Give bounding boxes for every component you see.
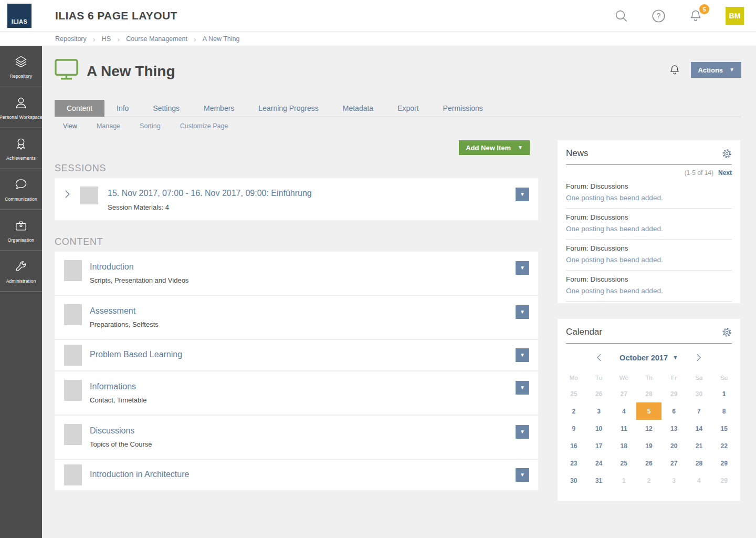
calendar-day[interactable]: 12 — [636, 420, 662, 437]
calendar-day[interactable]: 11 — [611, 420, 636, 437]
subtab-sorting[interactable]: Sorting — [140, 122, 161, 130]
item-dropdown-button[interactable]: ▼ — [516, 348, 529, 362]
chevron-down-icon: ▼ — [520, 265, 525, 271]
tab-settings[interactable]: Settings — [141, 100, 192, 117]
ilias-logo[interactable]: ILIAS — [7, 4, 32, 28]
calendar-day[interactable]: 31 — [586, 472, 612, 489]
calendar-day[interactable]: 30 — [561, 472, 586, 489]
calendar-next-month-button[interactable] — [693, 352, 704, 363]
item-title-link[interactable]: Introduction — [90, 262, 134, 272]
calendar-day[interactable]: 28 — [687, 454, 712, 472]
session-dropdown-button[interactable]: ▼ — [516, 188, 529, 201]
breadcrumb-item-repository[interactable]: Repository — [55, 35, 87, 43]
calendar-day[interactable]: 14 — [687, 420, 712, 437]
sidebar-item-communication[interactable]: Communication — [0, 169, 42, 210]
calendar-prev-month-button[interactable] — [594, 352, 605, 363]
wrench-icon — [14, 260, 28, 274]
calendar-day[interactable]: 25 — [611, 454, 636, 472]
item-dropdown-button[interactable]: ▼ — [516, 381, 529, 395]
subtab-manage[interactable]: Manage — [97, 122, 120, 130]
gear-icon[interactable] — [722, 149, 732, 159]
tab-learning-progress[interactable]: Learning Progress — [246, 100, 330, 117]
breadcrumb-item-course-management[interactable]: Course Management — [126, 35, 187, 43]
news-posting-link[interactable]: One posting has beend added. — [566, 256, 732, 264]
tab-permissions[interactable]: Permissions — [431, 100, 495, 117]
actions-button[interactable]: Actions ▼ — [691, 62, 741, 78]
calendar-month-selector[interactable]: October 2017 ▼ — [620, 354, 678, 362]
calendar-day[interactable]: 8 — [711, 402, 737, 420]
gear-icon[interactable] — [722, 327, 732, 337]
item-title-link[interactable]: Informations — [90, 382, 136, 391]
calendar-day[interactable]: 26 — [586, 385, 612, 402]
calendar-day[interactable]: 13 — [662, 420, 687, 437]
page-bell-icon[interactable] — [669, 64, 680, 76]
news-posting-link[interactable]: One posting has beend added. — [566, 225, 732, 233]
item-title-link[interactable]: Assessment — [90, 306, 135, 316]
subtab-customize-page[interactable]: Customize Page — [180, 122, 228, 130]
tab-info[interactable]: Info — [104, 100, 141, 117]
sidebar-item-achievements[interactable]: Achievements — [0, 128, 42, 169]
subtab-view[interactable]: View — [63, 122, 77, 130]
calendar-day[interactable]: 29 — [662, 385, 687, 402]
calendar-day[interactable]: 4 — [611, 402, 636, 420]
sidebar-item-personal-workspace[interactable]: Personal Workspace — [0, 87, 42, 128]
tab-metadata[interactable]: Metadata — [331, 100, 385, 117]
calendar-day[interactable]: 6 — [662, 402, 687, 420]
calendar-day[interactable]: 22 — [711, 437, 737, 454]
calendar-day[interactable]: 2 — [636, 472, 662, 489]
news-posting-link[interactable]: One posting has beend added. — [566, 194, 732, 202]
notifications-bell-icon[interactable]: 5 — [689, 9, 702, 23]
calendar-day[interactable]: 26 — [636, 454, 662, 472]
item-title-link[interactable]: Discussions — [90, 426, 134, 436]
calendar-day[interactable]: 15 — [711, 420, 737, 437]
breadcrumb-item-hs[interactable]: HS — [102, 35, 111, 43]
tab-members[interactable]: Members — [192, 100, 246, 117]
item-dropdown-button[interactable]: ▼ — [516, 261, 529, 275]
search-icon[interactable] — [614, 9, 628, 23]
breadcrumb-item-current[interactable]: A New Thing — [203, 35, 240, 43]
item-dropdown-button[interactable]: ▼ — [516, 468, 529, 482]
help-icon[interactable]: ? — [652, 9, 666, 23]
calendar-day[interactable]: 18 — [611, 437, 636, 454]
calendar-day[interactable]: 27 — [611, 385, 636, 402]
tab-content[interactable]: Content — [55, 100, 104, 117]
session-title-link[interactable]: 15. Nov 2017, 07:00 - 16. Nov 2017, 09:0… — [108, 189, 312, 198]
calendar-day[interactable]: 29 — [711, 472, 737, 489]
calendar-day[interactable]: 16 — [561, 437, 586, 454]
chevron-down-icon: ▼ — [673, 355, 678, 360]
calendar-day[interactable]: 21 — [687, 437, 712, 454]
add-new-item-button[interactable]: Add New Item ▼ — [459, 140, 530, 155]
calendar-day[interactable]: 1 — [611, 472, 636, 489]
sidebar-item-repository[interactable]: Repository — [0, 46, 42, 87]
calendar-day[interactable]: 28 — [636, 385, 662, 402]
calendar-day[interactable]: 30 — [687, 385, 712, 402]
news-posting-link[interactable]: One posting has beend added. — [566, 287, 732, 295]
calendar-day[interactable]: 10 — [586, 420, 612, 437]
tab-export[interactable]: Export — [385, 100, 430, 117]
avatar[interactable]: BM — [726, 7, 744, 25]
calendar-day[interactable]: 29 — [711, 454, 737, 472]
expand-chevron-icon[interactable] — [62, 189, 72, 199]
item-dropdown-button[interactable]: ▼ — [516, 425, 529, 439]
item-title-link[interactable]: Problem Based Learning — [90, 350, 182, 359]
calendar-day[interactable]: 3 — [586, 402, 612, 420]
calendar-day[interactable]: 4 — [687, 472, 712, 489]
calendar-day-selected[interactable]: 5 — [636, 402, 662, 420]
item-title-link[interactable]: Introduction in Architecture — [90, 470, 189, 479]
calendar-day[interactable]: 19 — [636, 437, 662, 454]
calendar-day[interactable]: 27 — [662, 454, 687, 472]
calendar-day[interactable]: 7 — [687, 402, 712, 420]
calendar-day[interactable]: 3 — [662, 472, 687, 489]
item-dropdown-button[interactable]: ▼ — [516, 305, 529, 319]
news-next-link[interactable]: Next — [718, 169, 732, 177]
calendar-day[interactable]: 20 — [662, 437, 687, 454]
calendar-day[interactable]: 24 — [586, 454, 612, 472]
calendar-day[interactable]: 25 — [561, 385, 586, 402]
sidebar-item-administration[interactable]: Administration — [0, 251, 42, 292]
calendar-day[interactable]: 23 — [561, 454, 586, 472]
sidebar-item-organisation[interactable]: Organisation — [0, 210, 42, 251]
calendar-day[interactable]: 9 — [561, 420, 586, 437]
calendar-day[interactable]: 17 — [586, 437, 612, 454]
calendar-day[interactable]: 2 — [561, 402, 586, 420]
calendar-day[interactable]: 1 — [711, 385, 737, 402]
